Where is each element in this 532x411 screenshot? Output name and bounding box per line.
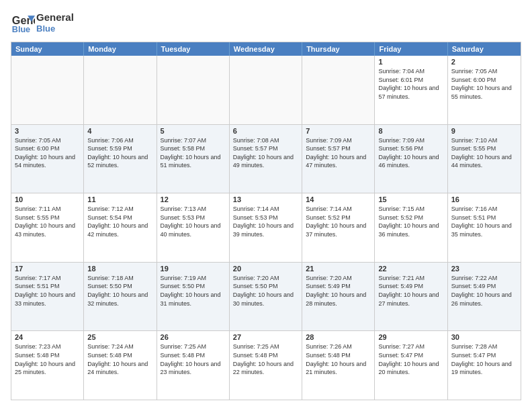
header: General Blue General Blue <box>11 11 521 35</box>
header-day-friday: Friday <box>375 42 447 56</box>
day-cell-14: 14Sunrise: 7:14 AMSunset: 5:52 PMDayligh… <box>302 193 375 262</box>
day-cell-26: 26Sunrise: 7:25 AMSunset: 5:48 PMDayligh… <box>157 331 230 400</box>
day-number: 6 <box>233 127 298 135</box>
day-cell-19: 19Sunrise: 7:19 AMSunset: 5:50 PMDayligh… <box>157 263 230 331</box>
day-cell-12: 12Sunrise: 7:13 AMSunset: 5:53 PMDayligh… <box>157 193 230 262</box>
day-number: 16 <box>451 195 517 203</box>
calendar-row-0: 1Sunrise: 7:04 AMSunset: 6:01 PMDaylight… <box>11 56 521 124</box>
day-number: 12 <box>161 195 226 203</box>
day-info: Sunrise: 7:17 AMSunset: 5:51 PMDaylight:… <box>15 274 80 308</box>
day-info: Sunrise: 7:21 AMSunset: 5:49 PMDaylight:… <box>378 274 443 308</box>
day-info: Sunrise: 7:10 AMSunset: 5:55 PMDaylight:… <box>451 136 517 170</box>
empty-cell <box>302 56 375 124</box>
day-cell-15: 15Sunrise: 7:15 AMSunset: 5:52 PMDayligh… <box>375 193 447 262</box>
svg-text:Blue: Blue <box>12 25 30 34</box>
day-number: 28 <box>306 333 371 341</box>
day-info: Sunrise: 7:05 AMSunset: 6:00 PMDaylight:… <box>15 136 80 170</box>
day-info: Sunrise: 7:26 AMSunset: 5:48 PMDaylight:… <box>306 342 371 376</box>
day-number: 29 <box>378 333 443 341</box>
day-info: Sunrise: 7:06 AMSunset: 5:59 PMDaylight:… <box>87 136 152 170</box>
day-info: Sunrise: 7:27 AMSunset: 5:47 PMDaylight:… <box>378 342 443 376</box>
day-cell-21: 21Sunrise: 7:20 AMSunset: 5:49 PMDayligh… <box>302 263 375 331</box>
day-info: Sunrise: 7:04 AMSunset: 6:01 PMDaylight:… <box>378 67 443 101</box>
day-number: 1 <box>378 58 443 66</box>
calendar-row-3: 17Sunrise: 7:17 AMSunset: 5:51 PMDayligh… <box>11 262 521 331</box>
day-number: 2 <box>451 58 517 66</box>
day-number: 26 <box>161 333 226 341</box>
calendar: SundayMondayTuesdayWednesdayThursdayFrid… <box>11 42 521 400</box>
day-cell-23: 23Sunrise: 7:22 AMSunset: 5:49 PMDayligh… <box>448 263 521 331</box>
day-cell-16: 16Sunrise: 7:16 AMSunset: 5:51 PMDayligh… <box>448 193 521 262</box>
day-cell-7: 7Sunrise: 7:09 AMSunset: 5:57 PMDaylight… <box>302 125 375 193</box>
day-number: 7 <box>306 127 371 135</box>
day-number: 18 <box>87 265 152 273</box>
day-number: 20 <box>233 265 298 273</box>
day-number: 27 <box>233 333 298 341</box>
day-cell-2: 2Sunrise: 7:05 AMSunset: 6:00 PMDaylight… <box>448 56 521 124</box>
day-number: 8 <box>378 127 443 135</box>
empty-cell <box>11 56 84 124</box>
page: General Blue General Blue SundayMondayTu… <box>0 0 532 411</box>
day-cell-20: 20Sunrise: 7:20 AMSunset: 5:50 PMDayligh… <box>230 263 302 331</box>
day-cell-13: 13Sunrise: 7:14 AMSunset: 5:53 PMDayligh… <box>230 193 302 262</box>
day-cell-28: 28Sunrise: 7:26 AMSunset: 5:48 PMDayligh… <box>302 331 375 400</box>
day-number: 3 <box>15 127 80 135</box>
day-number: 14 <box>306 195 371 203</box>
day-cell-27: 27Sunrise: 7:25 AMSunset: 5:48 PMDayligh… <box>230 331 302 400</box>
day-info: Sunrise: 7:12 AMSunset: 5:54 PMDaylight:… <box>87 205 152 238</box>
day-cell-18: 18Sunrise: 7:18 AMSunset: 5:50 PMDayligh… <box>84 263 157 331</box>
day-info: Sunrise: 7:08 AMSunset: 5:57 PMDaylight:… <box>233 136 298 170</box>
calendar-header: SundayMondayTuesdayWednesdayThursdayFrid… <box>11 42 521 56</box>
empty-cell <box>84 56 157 124</box>
calendar-row-2: 10Sunrise: 7:11 AMSunset: 5:55 PMDayligh… <box>11 193 521 262</box>
calendar-row-1: 3Sunrise: 7:05 AMSunset: 6:00 PMDaylight… <box>11 124 521 193</box>
day-number: 4 <box>87 127 152 135</box>
day-info: Sunrise: 7:09 AMSunset: 5:56 PMDaylight:… <box>378 136 443 170</box>
day-info: Sunrise: 7:25 AMSunset: 5:48 PMDaylight:… <box>161 342 226 376</box>
day-info: Sunrise: 7:11 AMSunset: 5:55 PMDaylight:… <box>15 205 80 238</box>
day-number: 10 <box>15 195 80 203</box>
day-cell-8: 8Sunrise: 7:09 AMSunset: 5:56 PMDaylight… <box>375 125 447 193</box>
day-info: Sunrise: 7:15 AMSunset: 5:52 PMDaylight:… <box>378 205 443 238</box>
header-day-tuesday: Tuesday <box>157 42 230 56</box>
day-info: Sunrise: 7:20 AMSunset: 5:50 PMDaylight:… <box>233 274 298 308</box>
day-number: 21 <box>306 265 371 273</box>
day-cell-3: 3Sunrise: 7:05 AMSunset: 6:00 PMDaylight… <box>11 125 84 193</box>
day-cell-1: 1Sunrise: 7:04 AMSunset: 6:01 PMDaylight… <box>375 56 447 124</box>
day-info: Sunrise: 7:22 AMSunset: 5:49 PMDaylight:… <box>451 274 517 308</box>
day-cell-22: 22Sunrise: 7:21 AMSunset: 5:49 PMDayligh… <box>375 263 447 331</box>
day-cell-25: 25Sunrise: 7:24 AMSunset: 5:48 PMDayligh… <box>84 331 157 400</box>
empty-cell <box>230 56 302 124</box>
header-day-saturday: Saturday <box>448 42 521 56</box>
day-cell-29: 29Sunrise: 7:27 AMSunset: 5:47 PMDayligh… <box>375 331 447 400</box>
day-cell-9: 9Sunrise: 7:10 AMSunset: 5:55 PMDaylight… <box>448 125 521 193</box>
day-cell-10: 10Sunrise: 7:11 AMSunset: 5:55 PMDayligh… <box>11 193 84 262</box>
header-day-monday: Monday <box>84 42 157 56</box>
day-cell-11: 11Sunrise: 7:12 AMSunset: 5:54 PMDayligh… <box>84 193 157 262</box>
day-number: 19 <box>161 265 226 273</box>
day-info: Sunrise: 7:09 AMSunset: 5:57 PMDaylight:… <box>306 136 371 170</box>
day-number: 9 <box>451 127 517 135</box>
day-info: Sunrise: 7:28 AMSunset: 5:47 PMDaylight:… <box>451 342 517 376</box>
day-info: Sunrise: 7:07 AMSunset: 5:58 PMDaylight:… <box>161 136 226 170</box>
day-info: Sunrise: 7:23 AMSunset: 5:48 PMDaylight:… <box>15 342 80 376</box>
day-info: Sunrise: 7:19 AMSunset: 5:50 PMDaylight:… <box>161 274 226 308</box>
day-info: Sunrise: 7:13 AMSunset: 5:53 PMDaylight:… <box>161 205 226 238</box>
day-info: Sunrise: 7:18 AMSunset: 5:50 PMDaylight:… <box>87 274 152 308</box>
day-cell-6: 6Sunrise: 7:08 AMSunset: 5:57 PMDaylight… <box>230 125 302 193</box>
day-info: Sunrise: 7:05 AMSunset: 6:00 PMDaylight:… <box>451 67 517 101</box>
day-number: 15 <box>378 195 443 203</box>
day-info: Sunrise: 7:25 AMSunset: 5:48 PMDaylight:… <box>233 342 298 376</box>
calendar-body: 1Sunrise: 7:04 AMSunset: 6:01 PMDaylight… <box>11 56 521 400</box>
day-info: Sunrise: 7:24 AMSunset: 5:48 PMDaylight:… <box>87 342 152 376</box>
day-info: Sunrise: 7:14 AMSunset: 5:52 PMDaylight:… <box>306 205 371 238</box>
day-number: 5 <box>161 127 226 135</box>
logo: General Blue General Blue <box>11 11 74 35</box>
day-number: 11 <box>87 195 152 203</box>
day-cell-4: 4Sunrise: 7:06 AMSunset: 5:59 PMDaylight… <box>84 125 157 193</box>
header-day-thursday: Thursday <box>302 42 375 56</box>
empty-cell <box>157 56 230 124</box>
day-cell-17: 17Sunrise: 7:17 AMSunset: 5:51 PMDayligh… <box>11 263 84 331</box>
day-info: Sunrise: 7:20 AMSunset: 5:49 PMDaylight:… <box>306 274 371 308</box>
day-info: Sunrise: 7:14 AMSunset: 5:53 PMDaylight:… <box>233 205 298 238</box>
